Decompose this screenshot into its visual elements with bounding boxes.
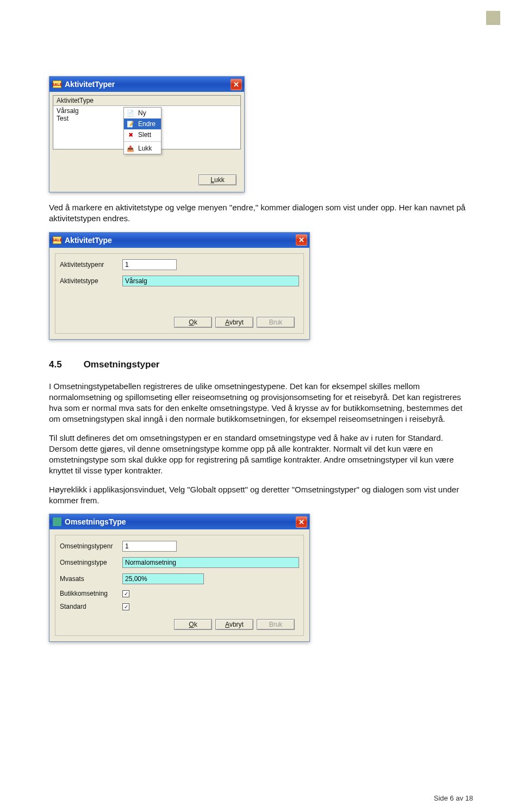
paragraph: Høyreklikk i applikasjonsvinduet, Velg "… — [49, 484, 473, 507]
bruk-button: Bruk — [257, 317, 295, 328]
paragraph: Ved å markere en aktivitetstype og velge… — [49, 202, 473, 224]
lukk-button[interactable]: Lukk — [198, 174, 237, 185]
typenr-input[interactable] — [122, 541, 177, 552]
ok-button[interactable]: Ok — [174, 619, 212, 630]
label-type: Omsetningstype — [60, 559, 122, 566]
omsetningstype-dialog: OmsetningsType ✕ Omsetningstypenr Omsetn… — [49, 514, 310, 642]
label-typenr: Aktivitetstypenr — [60, 261, 122, 268]
menu-separator — [124, 141, 161, 142]
section-heading: 4.5Omsetningstyper — [49, 359, 473, 370]
paragraph: I Omsetningstypetabellen registreres de … — [49, 381, 473, 425]
page-footer: Side 6 av 18 — [434, 794, 473, 802]
sale-app-icon: SALE — [53, 236, 61, 244]
ctx-endre[interactable]: 📝 Endre — [124, 118, 161, 129]
context-menu: 📄 Ny 📝 Endre ✖ Slett 📤 Lukk — [123, 107, 161, 154]
ctx-lukk[interactable]: 📤 Lukk — [124, 143, 161, 154]
label-standard: Standard — [60, 603, 122, 610]
ctx-ny[interactable]: 📄 Ny — [124, 108, 161, 118]
aktivitet-type-edit-dialog: SALE AktivitetType ✕ Aktivitetstypenr Ak… — [49, 232, 310, 340]
close-icon[interactable]: ✕ — [296, 516, 307, 528]
aktivitet-typer-dialog: SALE AktivitetTyper ✕ AktivitetType Vårs… — [49, 76, 245, 192]
ok-button[interactable]: Ok — [174, 317, 212, 328]
sale-app-icon: SALE — [53, 80, 61, 88]
label-type: Aktivitetstype — [60, 277, 122, 285]
close-icon[interactable]: ✕ — [296, 234, 307, 246]
window-title: AktivitetType — [65, 236, 112, 245]
titlebar[interactable]: SALE AktivitetTyper ✕ — [49, 77, 244, 92]
butikk-checkbox[interactable]: ✓ — [122, 590, 129, 597]
green-app-icon — [53, 517, 61, 526]
titlebar[interactable]: SALE AktivitetType ✕ — [49, 233, 309, 248]
label-butikk: Butikkomsetning — [60, 590, 122, 597]
type-input[interactable] — [122, 557, 299, 568]
label-mva: Mvasats — [60, 575, 122, 583]
list-column-header: AktivitetType — [53, 96, 240, 106]
avbryt-button[interactable]: Avbryt — [215, 619, 253, 630]
ctx-slett[interactable]: ✖ Slett — [124, 129, 161, 140]
label-typenr: Omsetningstypenr — [60, 542, 122, 550]
type-input[interactable] — [122, 276, 299, 286]
bruk-button: Bruk — [257, 619, 295, 630]
paragraph: Til slutt defineres det om omsetningstyp… — [49, 433, 473, 477]
typenr-input[interactable] — [122, 259, 177, 270]
edit-icon: 📝 — [126, 120, 135, 128]
delete-x-icon: ✖ — [126, 130, 135, 139]
new-doc-icon: 📄 — [126, 109, 135, 117]
titlebar[interactable]: OmsetningsType ✕ — [49, 514, 309, 529]
close-icon[interactable]: ✕ — [231, 79, 242, 90]
page-color-marker — [486, 11, 500, 25]
mva-input[interactable] — [122, 573, 204, 584]
avbryt-button[interactable]: Avbryt — [215, 317, 253, 328]
exit-door-icon: 📤 — [126, 144, 135, 153]
window-title: AktivitetTyper — [65, 80, 115, 89]
standard-checkbox[interactable]: ✓ — [122, 603, 129, 610]
window-title: OmsetningsType — [65, 517, 126, 526]
